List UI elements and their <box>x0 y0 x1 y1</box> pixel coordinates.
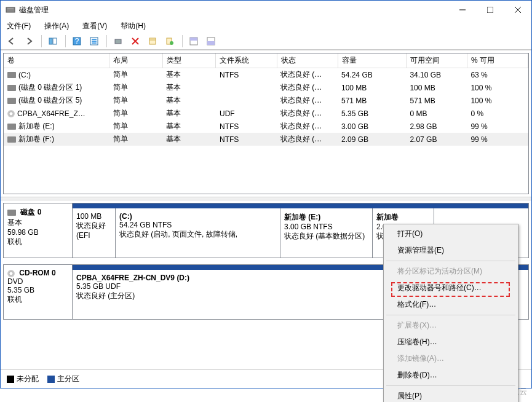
cell: 简单 <box>109 107 163 120</box>
help-button[interactable]: ? <box>69 34 84 49</box>
cell: 基本 <box>162 81 216 94</box>
context-menu-item[interactable]: 属性(P) <box>385 388 517 402</box>
column-header[interactable]: 状态 <box>277 53 338 68</box>
column-header[interactable]: 类型 <box>162 53 216 68</box>
close-button[interactable] <box>504 1 531 19</box>
legend-item: 未分配 <box>7 374 39 384</box>
action-button[interactable] <box>162 34 177 49</box>
cell: 状态良好 (… <box>277 107 338 120</box>
volume-row[interactable]: (C:)简单基本NTFS状态良好 (…54.24 GB34.10 GB63 % <box>4 68 528 82</box>
volume-list[interactable]: 卷布局类型文件系统状态容量可用空间% 可用 (C:)简单基本NTFS状态良好 (… <box>3 53 529 194</box>
menu-bar: 文件(F)操作(A)查看(V)帮助(H) <box>1 19 531 33</box>
partition[interactable]: (C:)54.24 GB NTFS状态良好 (启动, 页面文件, 故障转储, <box>116 208 280 258</box>
column-header[interactable]: 卷 <box>4 53 109 68</box>
volume-row[interactable]: (磁盘 0 磁盘分区 1)简单基本状态良好 (…100 MB100 MB100 … <box>4 81 528 94</box>
properties-button[interactable] <box>145 34 160 49</box>
refresh-button[interactable] <box>111 34 125 49</box>
cell: 基本 <box>162 94 216 107</box>
cell: 简单 <box>109 94 163 107</box>
column-header[interactable]: 容量 <box>338 53 406 68</box>
context-menu-item[interactable]: 打开(O) <box>385 226 517 242</box>
disk-header[interactable]: CD-ROM 0DVD5.35 GB联机 <box>4 265 73 319</box>
hdd-icon <box>7 85 16 91</box>
maximize-button[interactable] <box>476 1 504 19</box>
cell: 99 % <box>467 133 528 146</box>
show-hide-button[interactable] <box>46 34 60 49</box>
context-menu-item: 扩展卷(X)… <box>385 317 517 334</box>
volume-row[interactable]: (磁盘 0 磁盘分区 5)简单基本状态良好 (…571 MB571 MB100 … <box>4 94 528 107</box>
view1-button[interactable] <box>186 34 201 49</box>
legend-label: 主分区 <box>57 374 79 384</box>
partition[interactable]: CPBA_X64FRE_ZH-CN_DV9 (D:)5.35 GB UDF状态良… <box>73 270 434 319</box>
settings-button[interactable] <box>87 34 101 49</box>
cell: 100 % <box>467 81 528 94</box>
partition-label: CPBA_X64FRE_ZH-CN_DV9 (D:) <box>76 274 430 282</box>
cell: 简单 <box>109 68 163 82</box>
context-menu-item[interactable]: 压缩卷(H)… <box>385 334 517 350</box>
cell: 状态良好 (… <box>277 120 338 133</box>
volume-row[interactable]: 新加卷 (F:)简单基本NTFS状态良好 (…2.09 GB2.07 GB99 … <box>4 133 528 146</box>
column-header[interactable]: % 可用 <box>467 53 528 68</box>
disk-header[interactable]: 磁盘 0基本59.98 GB联机 <box>4 203 73 258</box>
context-menu[interactable]: 打开(O)资源管理器(E)将分区标记为活动分区(M)更改驱动器号和路径(C)…格… <box>383 224 518 402</box>
context-menu-item[interactable]: 格式化(F)… <box>385 296 517 313</box>
view2-button[interactable] <box>204 34 218 49</box>
cell: 5.35 GB <box>338 107 406 120</box>
toolbar: ? <box>1 33 531 50</box>
svg-rect-3 <box>487 7 493 13</box>
cell: 2.07 GB <box>406 133 467 146</box>
cell: 100 MB <box>406 81 467 94</box>
back-button[interactable] <box>4 34 19 49</box>
delete-button[interactable] <box>128 34 143 49</box>
context-menu-item[interactable]: 删除卷(D)… <box>385 367 517 384</box>
column-header[interactable]: 布局 <box>109 53 163 68</box>
minimize-button[interactable] <box>448 1 476 19</box>
context-menu-item: 添加镜像(A)… <box>385 350 517 367</box>
menu-item[interactable]: 操作(A) <box>42 20 71 33</box>
svg-rect-17 <box>149 38 156 44</box>
svg-rect-12 <box>92 41 97 42</box>
cd-icon <box>7 110 15 117</box>
cell: 100 % <box>467 94 528 107</box>
cell: 新加卷 (E:) <box>4 120 109 133</box>
menu-item[interactable]: 文件(F) <box>4 20 33 33</box>
cell: 状态良好 (… <box>277 81 338 94</box>
svg-rect-24 <box>207 41 215 45</box>
cell: 简单 <box>109 81 163 94</box>
titlebar[interactable]: 磁盘管理 <box>1 1 531 19</box>
disk-type: 基本 <box>7 218 68 228</box>
app-icon <box>6 5 15 15</box>
volume-row[interactable]: CPBA_X64FRE_Z…简单基本UDF状态良好 (…5.35 GB0 MB0… <box>4 107 528 120</box>
partition[interactable]: 新加卷 (E:)3.00 GB NTFS状态良好 (基本数据分区) <box>280 208 373 258</box>
disk-name: 磁盘 0 <box>18 208 41 216</box>
forward-button[interactable] <box>22 34 36 49</box>
partition-label: 新加卷 (E:) <box>284 212 368 223</box>
disk-name: CD-ROM 0 <box>17 269 56 277</box>
context-menu-item[interactable]: 更改驱动器号和路径(C)… <box>385 280 517 296</box>
toolbar-separator <box>106 35 107 47</box>
context-menu-item[interactable]: 资源管理器(E) <box>385 242 517 259</box>
cell: UDF <box>216 107 277 120</box>
volume-row[interactable]: 新加卷 (E:)简单基本NTFS状态良好 (…3.00 GB2.98 GB99 … <box>4 120 528 133</box>
column-headers[interactable]: 卷布局类型文件系统状态容量可用空间% 可用 <box>4 53 528 68</box>
cell: 简单 <box>109 120 163 133</box>
svg-text:?: ? <box>75 37 79 45</box>
partition-status: 状态良好 (主分区) <box>76 291 430 301</box>
cell: NTFS <box>216 133 277 146</box>
cell: 54.24 GB <box>338 68 406 82</box>
disk-status: 联机 <box>7 237 68 247</box>
menu-item[interactable]: 帮助(H) <box>118 20 148 33</box>
cell: (磁盘 0 磁盘分区 5) <box>4 94 109 107</box>
hdd-icon <box>7 72 16 78</box>
hdd-icon <box>7 210 16 216</box>
svg-rect-14 <box>115 39 121 44</box>
cell: 2.98 GB <box>406 120 467 133</box>
disk-size: 59.98 GB <box>7 228 68 237</box>
partition-status: 状态良好 (基本数据分区) <box>284 231 368 242</box>
cell: 状态良好 (… <box>277 94 338 107</box>
svg-rect-22 <box>190 37 197 41</box>
column-header[interactable]: 可用空间 <box>406 53 467 68</box>
partition[interactable]: 100 MB状态良好 (EFI <box>73 208 116 258</box>
column-header[interactable]: 文件系统 <box>216 53 277 68</box>
menu-item[interactable]: 查看(V) <box>80 20 109 33</box>
